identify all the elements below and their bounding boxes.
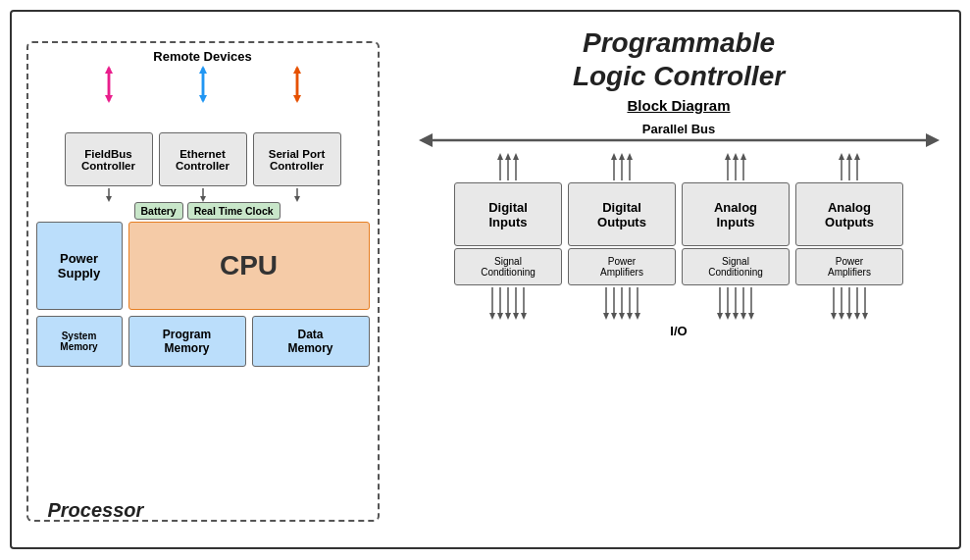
svg-marker-51	[603, 313, 609, 320]
main-container: Remote Devices	[10, 10, 961, 549]
fieldbus-down-arrow	[65, 188, 153, 202]
remote-devices-label: Remote Devices	[36, 49, 370, 64]
system-memory-box: SystemMemory	[36, 316, 123, 367]
memory-row: SystemMemory ProgramMemory DataMemory	[36, 316, 370, 367]
parallel-bus-arrow-svg	[419, 131, 940, 149]
analog-outputs-arrows-down	[820, 287, 879, 322]
digital-outputs-column: DigitalOutputs PowerAmplifiers	[568, 153, 676, 322]
digital-inputs-box: DigitalInputs	[454, 182, 562, 246]
svg-marker-69	[748, 313, 754, 320]
svg-marker-53	[635, 313, 640, 320]
io-columns: DigitalInputs SignalConditioning	[409, 153, 949, 322]
left-panel: Remote Devices	[12, 12, 394, 547]
svg-marker-73	[839, 153, 844, 160]
svg-marker-67	[717, 313, 723, 320]
svg-marker-47	[619, 313, 625, 320]
analog-inputs-arrows-down	[706, 287, 765, 322]
controller-arrows-row	[36, 64, 370, 103]
ethernet-controller: EthernetController	[159, 132, 247, 186]
parallel-bus-container: Parallel Bus	[419, 122, 940, 149]
svg-marker-43	[627, 153, 633, 160]
parallel-bus-arrow-container	[419, 131, 940, 149]
svg-marker-14	[106, 196, 112, 202]
svg-marker-33	[513, 313, 519, 320]
svg-marker-77	[839, 313, 844, 320]
serial-down-arrow	[253, 188, 341, 202]
processor-label: Processor	[48, 499, 144, 522]
digital-outputs-sub: PowerAmplifiers	[568, 248, 676, 285]
power-supply-box: PowerSupply	[36, 222, 123, 310]
svg-marker-31	[505, 313, 511, 320]
svg-marker-45	[611, 313, 617, 320]
serial-port-controller: Serial PortController	[253, 132, 341, 186]
svg-marker-19	[419, 133, 433, 147]
io-label: I/O	[409, 324, 949, 338]
plc-title: ProgrammableLogic Controller	[409, 26, 949, 92]
svg-marker-4	[105, 95, 113, 103]
real-time-clock-box: Real Time Clock	[187, 202, 281, 220]
svg-marker-18	[294, 196, 300, 202]
controllers-row: FieldBusController EthernetController Se…	[36, 132, 370, 186]
cpu-box: CPU	[128, 222, 370, 310]
digital-outputs-box: DigitalOutputs	[568, 182, 676, 246]
analog-outputs-arrows-up	[820, 153, 879, 182]
svg-marker-27	[513, 153, 519, 160]
svg-marker-79	[846, 313, 852, 320]
fieldbus-arrow-container	[65, 66, 153, 103]
svg-marker-85	[862, 313, 868, 320]
svg-marker-63	[733, 313, 739, 320]
svg-marker-23	[505, 153, 511, 160]
ethernet-arrow-container	[159, 66, 247, 103]
middle-row: PowerSupply CPU	[36, 222, 370, 310]
svg-marker-29	[497, 313, 503, 320]
svg-marker-37	[521, 313, 527, 320]
analog-inputs-box: AnalogInputs	[682, 182, 790, 246]
svg-marker-8	[199, 95, 207, 103]
ethernet-arrow2	[193, 66, 213, 103]
svg-marker-75	[854, 153, 860, 160]
processor-section: Remote Devices	[26, 41, 380, 522]
analog-outputs-column: AnalogOutputs PowerAmplifiers	[795, 153, 903, 322]
data-memory-box: DataMemory	[252, 316, 370, 367]
svg-marker-55	[733, 153, 739, 160]
svg-marker-41	[611, 153, 617, 160]
digital-inputs-sub: SignalConditioning	[454, 248, 562, 285]
svg-marker-81	[854, 313, 860, 320]
serial-arrow-container	[253, 66, 341, 103]
program-memory-box: ProgramMemory	[128, 316, 246, 367]
svg-marker-57	[725, 153, 731, 160]
analog-outputs-sub: PowerAmplifiers	[795, 248, 903, 285]
battery-clock-row: Battery Real Time Clock	[134, 202, 370, 220]
analog-inputs-column: AnalogInputs SignalConditioning	[682, 153, 790, 322]
serial-arrow2	[287, 66, 307, 103]
digital-inputs-arrows-up	[479, 153, 537, 182]
svg-marker-25	[497, 153, 503, 160]
svg-marker-12	[293, 95, 301, 103]
svg-marker-49	[627, 313, 633, 320]
svg-marker-83	[831, 313, 837, 320]
svg-marker-65	[740, 313, 746, 320]
svg-marker-59	[740, 153, 746, 160]
svg-marker-71	[846, 153, 852, 160]
ethernet-down-arrow	[159, 188, 247, 202]
down-arrows-row	[36, 188, 370, 202]
svg-marker-61	[725, 313, 731, 320]
fieldbus-controller: FieldBusController	[65, 132, 153, 186]
right-panel: ProgrammableLogic Controller Block Diagr…	[394, 12, 959, 547]
analog-inputs-sub: SignalConditioning	[682, 248, 790, 285]
fieldbus-arrow2	[99, 66, 119, 103]
analog-inputs-arrows-up	[706, 153, 765, 182]
svg-marker-21	[925, 133, 939, 147]
svg-marker-39	[619, 153, 625, 160]
digital-outputs-arrows-down	[592, 287, 651, 322]
battery-box: Battery	[134, 202, 183, 220]
block-diagram-label: Block Diagram	[409, 97, 949, 114]
svg-marker-35	[489, 313, 495, 320]
digital-inputs-arrows-down	[479, 287, 537, 322]
digital-outputs-arrows-up	[592, 153, 651, 182]
digital-inputs-column: DigitalInputs SignalConditioning	[454, 153, 562, 322]
analog-outputs-box: AnalogOutputs	[795, 182, 903, 246]
